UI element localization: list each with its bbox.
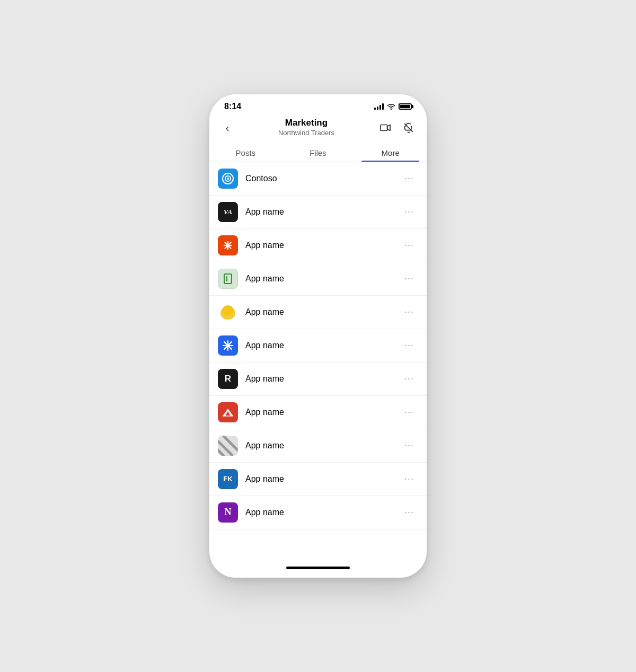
list-item[interactable]: App name ···	[209, 429, 427, 463]
list-item[interactable]: App name ···	[209, 296, 427, 329]
app-more-button[interactable]: ···	[400, 171, 418, 186]
app-icon-yellow	[218, 302, 238, 322]
team-subtitle: Northwind Traders	[237, 129, 376, 138]
list-item[interactable]: App name ···	[209, 229, 427, 262]
tab-posts[interactable]: Posts	[209, 143, 282, 162]
list-item[interactable]: R App name ···	[209, 362, 427, 396]
svg-rect-6	[224, 274, 232, 284]
home-indicator	[209, 561, 427, 578]
battery-icon	[399, 103, 412, 110]
status-icons	[374, 103, 412, 110]
channel-title: Marketing	[237, 118, 376, 128]
list-item[interactable]: N App name ···	[209, 496, 427, 529]
tabs: Posts Files More	[209, 143, 427, 162]
app-icon-relay	[218, 235, 238, 255]
app-name: App name	[245, 408, 400, 417]
app-icon-snowflake	[218, 335, 238, 356]
header-title-block: Marketing Northwind Traders	[237, 118, 376, 137]
svg-rect-13	[223, 415, 233, 417]
app-name: App name	[245, 508, 400, 517]
app-more-button[interactable]: ···	[400, 237, 418, 253]
header: ‹ Marketing Northwind Traders	[209, 116, 427, 143]
app-name: App name	[245, 441, 400, 450]
notification-button[interactable]	[399, 118, 418, 137]
list-item[interactable]: Contoso ···	[209, 162, 427, 196]
app-name: App name	[245, 241, 400, 250]
svg-point-0	[391, 109, 392, 110]
app-icon-va: VA	[218, 202, 238, 222]
home-bar	[286, 567, 350, 569]
phone-frame: 8:14 ‹ Marketing Northwind Traders	[209, 94, 427, 577]
app-more-button[interactable]: ···	[400, 271, 418, 286]
svg-point-10	[227, 344, 229, 347]
back-chevron-icon: ‹	[226, 122, 229, 133]
app-icon-red	[218, 402, 238, 422]
svg-point-5	[227, 178, 229, 180]
app-name: App name	[245, 207, 400, 217]
app-more-button[interactable]: ···	[400, 338, 418, 353]
header-actions	[376, 118, 418, 137]
app-icon-fk: FK	[218, 469, 238, 489]
svg-rect-1	[381, 125, 387, 131]
list-item[interactable]: FK App name ···	[209, 463, 427, 496]
video-icon	[379, 122, 391, 134]
video-call-button[interactable]	[376, 118, 395, 137]
list-item[interactable]: App name ···	[209, 262, 427, 296]
app-more-button[interactable]: ···	[400, 304, 418, 320]
status-bar: 8:14	[209, 94, 427, 116]
app-name: Contoso	[245, 174, 400, 183]
app-name: App name	[245, 374, 400, 384]
svg-rect-7	[226, 276, 227, 281]
app-more-button[interactable]: ···	[400, 371, 418, 386]
app-name: App name	[245, 274, 400, 284]
app-more-button[interactable]: ···	[400, 471, 418, 487]
app-more-button[interactable]: ···	[400, 204, 418, 219]
status-time: 8:14	[224, 102, 241, 111]
app-icon-green	[218, 269, 238, 289]
back-button[interactable]: ‹	[218, 118, 237, 137]
tab-files[interactable]: Files	[282, 143, 355, 162]
app-list: Contoso ··· VA App name ··· App name ···	[209, 162, 427, 529]
signal-icon	[374, 103, 384, 110]
app-icon-onenote: N	[218, 502, 238, 523]
list-item[interactable]: VA App name ···	[209, 196, 427, 229]
app-name: App name	[245, 474, 400, 484]
app-name: App name	[245, 341, 400, 350]
svg-marker-2	[387, 125, 391, 131]
app-icon-dark-r: R	[218, 369, 238, 389]
wifi-icon	[387, 103, 395, 110]
app-more-button[interactable]: ···	[400, 505, 418, 520]
app-name: App name	[245, 307, 400, 317]
app-more-button[interactable]: ···	[400, 438, 418, 453]
bell-muted-icon	[403, 122, 414, 134]
svg-point-9	[222, 305, 234, 316]
app-icon-contoso	[218, 169, 238, 189]
tab-more[interactable]: More	[354, 143, 427, 162]
app-icon-stripe	[218, 436, 238, 456]
list-item[interactable]: App name ···	[209, 329, 427, 362]
list-item[interactable]: App name ···	[209, 396, 427, 429]
app-more-button[interactable]: ···	[400, 404, 418, 420]
